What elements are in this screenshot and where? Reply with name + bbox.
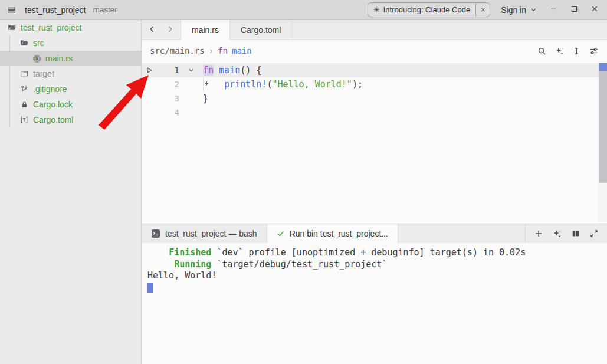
terminal-line: Finished `dev` profile [unoptimized + de… xyxy=(147,247,607,259)
file-name: .gitignore xyxy=(33,84,67,94)
terminal-assist-button[interactable] xyxy=(552,229,562,239)
gutter: 1 xyxy=(142,65,203,75)
line-number: 2 xyxy=(157,80,179,89)
terminal-toolbar xyxy=(525,224,607,243)
expand-panel-button[interactable] xyxy=(589,229,599,238)
breadcrumb-symbol-keyword[interactable]: fn xyxy=(218,46,228,55)
terminal-tab-test-rust-project-bash[interactable]: test_rust_project — bash xyxy=(142,224,267,243)
code-text[interactable]: fn main() { xyxy=(203,65,261,76)
editor-controls-icon[interactable] xyxy=(589,46,599,56)
tab-cargo-toml[interactable]: Cargo.toml xyxy=(230,20,292,40)
title-bar-right: ✳ Introducing: Claude Code × Sign in xyxy=(368,2,601,17)
lock-icon xyxy=(19,101,29,109)
menu-icon[interactable] xyxy=(6,4,18,16)
code-text[interactable]: } xyxy=(203,93,208,104)
minimize-button[interactable] xyxy=(550,5,558,15)
history-nav xyxy=(142,20,181,40)
terminal-output[interactable]: Finished `dev` profile [unoptimized + de… xyxy=(142,243,607,364)
sidebar-item-test-rust-project[interactable]: test_rust_project xyxy=(0,20,141,35)
terminal-tab-bar: test_rust_project — bashRun bin test_rus… xyxy=(142,224,607,243)
sidebar-item-gitignore[interactable]: .gitignore xyxy=(0,81,141,97)
terminal-text: Hello, World! xyxy=(147,270,216,281)
code-token: } xyxy=(203,93,208,104)
gutter: 2 xyxy=(142,80,203,89)
code-action-lightning-icon[interactable] xyxy=(204,80,210,87)
claude-spark-icon: ✳ xyxy=(368,5,383,14)
run-button[interactable] xyxy=(142,67,157,74)
line-number: 3 xyxy=(157,94,179,103)
file-name: test_rust_project xyxy=(21,23,82,32)
folder-closed-icon xyxy=(19,70,29,78)
cargo-status: Finished xyxy=(169,247,211,258)
folder-open-icon xyxy=(19,39,29,47)
check-icon xyxy=(277,229,285,238)
scrollbar-thumb[interactable] xyxy=(599,63,607,183)
line-number: 4 xyxy=(157,108,179,117)
breadcrumb-path[interactable]: src/main.rs xyxy=(150,46,205,55)
code-token: "Hello, World!" xyxy=(272,79,352,90)
terminal-tab-label: test_rust_project — bash xyxy=(165,229,257,238)
code-token xyxy=(214,65,219,76)
terminal-tabs: test_rust_project — bashRun bin test_rus… xyxy=(142,224,398,243)
code-token: main xyxy=(219,65,240,76)
banner-label: Introducing: Claude Code xyxy=(383,5,475,14)
split-pane-button[interactable] xyxy=(571,229,580,238)
file-name: Cargo.lock xyxy=(33,100,73,109)
sidebar-item-cargo-lock[interactable]: Cargo.lock xyxy=(0,97,141,112)
fold-chevron-icon[interactable] xyxy=(179,67,203,74)
edit-cursor-icon[interactable] xyxy=(572,46,581,56)
terminal-cursor-line xyxy=(147,282,607,294)
code-text[interactable]: println!("Hello, World!"); xyxy=(203,79,363,90)
terminal-line: Hello, World! xyxy=(147,270,607,282)
project-name[interactable]: test_rust_project xyxy=(25,5,86,15)
tab-label: Cargo.toml xyxy=(241,25,281,35)
claude-code-banner[interactable]: ✳ Introducing: Claude Code × xyxy=(368,2,490,17)
code-line-1[interactable]: 1fn main() { xyxy=(142,63,607,77)
sidebar-item-main-rs[interactable]: Rmain.rs xyxy=(0,51,141,66)
breadcrumb[interactable]: src/main.rs › fn main xyxy=(142,40,607,61)
terminal-tab-label: Run bin test_rust_project... xyxy=(290,229,388,238)
file-name: target xyxy=(33,69,54,78)
terminal-tab-run-bin-test-rust-project[interactable]: Run bin test_rust_project... xyxy=(267,224,398,243)
toml-icon xyxy=(19,116,29,124)
tab-label: main.rs xyxy=(192,25,219,35)
editor-toolbar xyxy=(537,46,599,56)
close-button[interactable] xyxy=(590,5,599,15)
new-terminal-button[interactable] xyxy=(534,229,543,238)
code-token: () { xyxy=(240,65,261,76)
code-line-2[interactable]: 2 println!("Hello, World!"); xyxy=(142,77,607,91)
editor-scrollbar[interactable] xyxy=(598,61,607,224)
svg-text:R: R xyxy=(35,56,38,61)
breadcrumb-symbol-name[interactable]: main xyxy=(232,46,252,55)
search-icon[interactable] xyxy=(537,46,547,56)
terminal-text: `target/debug/test_rust_project` xyxy=(211,259,387,270)
project-panel[interactable]: test_rust_projectsrcRmain.rstarget.gitig… xyxy=(0,20,142,364)
inline-assist-icon[interactable] xyxy=(554,46,565,56)
maximize-icon xyxy=(570,5,578,15)
sidebar-item-target[interactable]: target xyxy=(0,66,141,81)
rust-file-icon: R xyxy=(32,54,41,63)
code-line-3[interactable]: 3} xyxy=(142,91,607,106)
branch-name[interactable]: master xyxy=(93,5,117,14)
banner-close-button[interactable]: × xyxy=(475,3,490,17)
arrow-right-icon xyxy=(166,25,175,35)
breadcrumb-separator: › xyxy=(209,46,214,55)
terminal-text xyxy=(147,247,169,258)
arrow-left-icon xyxy=(147,25,156,35)
maximize-button[interactable] xyxy=(570,5,578,15)
terminal-icon xyxy=(151,229,160,238)
file-name: src xyxy=(33,38,44,48)
gutter: 4 xyxy=(142,108,203,117)
sidebar-item-cargo-toml[interactable]: Cargo.toml xyxy=(0,112,141,127)
window-controls xyxy=(550,5,601,15)
sidebar-item-src[interactable]: src xyxy=(0,35,141,51)
editor-tab-bar: main.rsCargo.toml xyxy=(142,20,607,40)
forward-button[interactable] xyxy=(166,25,175,35)
code-editor[interactable]: 1fn main() {2 println!("Hello, World!");… xyxy=(142,61,607,224)
sign-in-button[interactable]: Sign in xyxy=(501,5,537,15)
code-line-4[interactable]: 4 xyxy=(142,106,607,120)
file-name: main.rs xyxy=(45,54,73,63)
tab-main-rs[interactable]: main.rs xyxy=(181,20,230,40)
back-button[interactable] xyxy=(147,25,156,35)
terminal-text: `dev` profile [unoptimized + debuginfo] … xyxy=(211,247,526,258)
